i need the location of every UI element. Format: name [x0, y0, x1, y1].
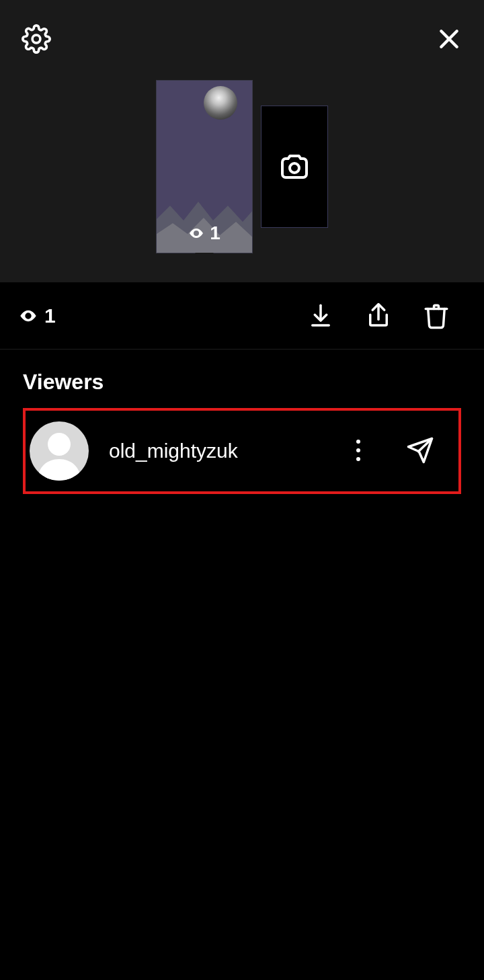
- viewer-more-button[interactable]: [343, 432, 374, 471]
- send-icon: [406, 436, 434, 464]
- eye-icon: [188, 225, 204, 241]
- close-icon: [436, 26, 462, 52]
- viewer-send-button[interactable]: [394, 430, 446, 473]
- svg-point-10: [356, 440, 360, 444]
- top-bar: [0, 0, 484, 77]
- avatar: [30, 421, 89, 481]
- settings-button[interactable]: [15, 17, 58, 60]
- person-icon: [30, 421, 89, 481]
- story-thumb-views: 1: [156, 222, 253, 244]
- eye-icon: [19, 307, 38, 325]
- share-button[interactable]: [350, 298, 407, 334]
- action-bar: 1: [0, 282, 484, 350]
- more-vertical-icon: [355, 439, 362, 462]
- viewer-list-item[interactable]: old_mightyzuk: [23, 408, 461, 494]
- svg-point-11: [356, 448, 360, 452]
- trash-icon: [422, 302, 450, 330]
- story-insights-screen: 1 1: [0, 0, 484, 980]
- story-art-moon: [204, 86, 237, 120]
- svg-point-9: [48, 433, 71, 456]
- story-thumbnails-row: 1: [0, 79, 484, 254]
- add-story-button[interactable]: [261, 106, 328, 228]
- svg-point-0: [32, 35, 40, 43]
- selected-story-indicator: [195, 253, 214, 262]
- viewers-section: Viewers old_mightyzuk: [0, 350, 484, 494]
- close-button[interactable]: [429, 19, 469, 59]
- download-button[interactable]: [292, 298, 350, 334]
- svg-point-5: [290, 163, 299, 173]
- camera-icon: [278, 151, 311, 183]
- viewer-username: old_mightyzuk: [109, 440, 323, 462]
- download-icon: [307, 302, 335, 330]
- viewers-title: Viewers: [23, 370, 461, 395]
- delete-button[interactable]: [407, 298, 465, 334]
- share-icon: [364, 302, 393, 330]
- story-thumbnail[interactable]: 1: [156, 80, 253, 253]
- story-thumb-views-count: 1: [210, 222, 220, 244]
- view-count[interactable]: 1: [19, 304, 56, 327]
- svg-point-12: [356, 457, 360, 461]
- gear-icon: [22, 24, 51, 54]
- view-count-number: 1: [44, 304, 56, 327]
- story-preview-panel: 1: [0, 0, 484, 282]
